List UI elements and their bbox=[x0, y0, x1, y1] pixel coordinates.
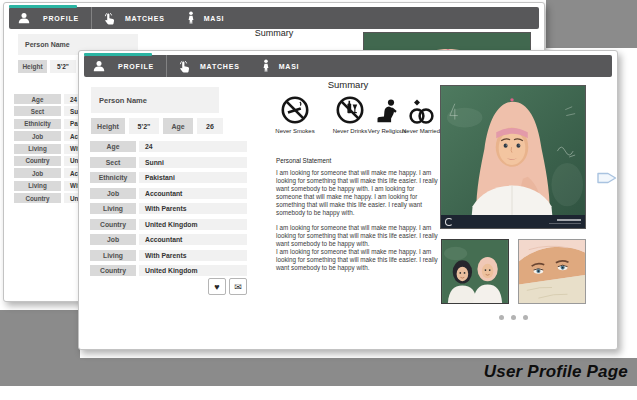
height-label: Height bbox=[91, 118, 125, 134]
field-label: Ethnicity bbox=[90, 172, 136, 183]
field-value: Accountant bbox=[139, 188, 247, 199]
photo-thumbnail-2[interactable] bbox=[518, 239, 586, 304]
statement-paragraph: I am looking for someone that will make … bbox=[276, 248, 439, 272]
message-button[interactable]: ✉ bbox=[229, 278, 247, 295]
field-label: Job bbox=[90, 234, 136, 245]
field-label: Ethnicity bbox=[14, 119, 61, 129]
profile-field-row: SectSunni bbox=[90, 157, 247, 168]
standing-figure-icon bbox=[187, 11, 195, 25]
nav-bar: PROFILE MATCHES MASI bbox=[84, 55, 612, 77]
profile-field-row: EthnicityPakistani bbox=[90, 172, 247, 183]
badge-label: Never Smokes bbox=[275, 128, 314, 135]
field-label: Job bbox=[90, 188, 136, 199]
field-label: Country bbox=[90, 219, 136, 230]
personal-statement-label: Personal Statement bbox=[276, 157, 331, 164]
no-smoking-icon bbox=[280, 95, 310, 125]
carousel-dot[interactable] bbox=[523, 315, 528, 320]
summary-title: Summary bbox=[209, 28, 339, 38]
badge-label: Never Drinks bbox=[333, 128, 368, 135]
backdrop-top-right bbox=[546, 0, 637, 48]
field-value: Sunni bbox=[139, 157, 247, 168]
heart-icon: ♥ bbox=[214, 282, 219, 292]
field-label: Sect bbox=[14, 106, 61, 116]
carousel-dot[interactable] bbox=[499, 315, 504, 320]
praying-icon bbox=[376, 95, 398, 125]
height-value: 5'2" bbox=[129, 118, 159, 134]
badge-label: Never Married bbox=[402, 128, 440, 135]
profile-field-row: CountryUnited Kingdom bbox=[90, 219, 247, 230]
tab-label: PROFILE bbox=[118, 63, 154, 70]
field-label: Age bbox=[90, 141, 136, 152]
field-label: Age bbox=[14, 94, 61, 104]
field-value: With Parents bbox=[139, 203, 247, 214]
no-drinking-icon bbox=[335, 95, 365, 125]
field-label: Country bbox=[14, 193, 61, 203]
field-label: Job bbox=[14, 131, 61, 141]
field-label: Living bbox=[90, 250, 136, 261]
person-name-field: Person Name bbox=[91, 87, 219, 113]
field-label: Sect bbox=[90, 157, 136, 168]
field-value: United Kingdom bbox=[139, 219, 247, 230]
envelope-icon: ✉ bbox=[234, 282, 242, 292]
profile-field-row: JobAccountant bbox=[90, 188, 247, 199]
tab-label: MASI bbox=[279, 63, 300, 70]
watermark-logo bbox=[445, 218, 453, 226]
field-label: Country bbox=[14, 156, 61, 166]
main-profile-photo bbox=[440, 85, 586, 229]
tab-label: MATCHES bbox=[125, 15, 165, 22]
person-icon bbox=[18, 12, 30, 24]
age-label: Age bbox=[163, 118, 193, 134]
tab-label: MATCHES bbox=[200, 63, 240, 70]
height-label: Height bbox=[18, 60, 47, 73]
profile-field-row: LivingWith Parents bbox=[90, 203, 247, 214]
tab-matches[interactable]: MATCHES bbox=[92, 7, 175, 29]
wedding-rings-icon bbox=[406, 95, 436, 125]
height-age-row: Height 5'2" Age 26 bbox=[91, 118, 223, 134]
tab-matches[interactable]: MATCHES bbox=[167, 55, 250, 77]
photo-thumbnail-1[interactable] bbox=[441, 239, 509, 304]
profile-field-row: CountryUnited Kingdom bbox=[90, 265, 247, 276]
tab-profile[interactable]: PROFILE bbox=[9, 7, 92, 29]
field-value: Pakistani bbox=[139, 172, 247, 183]
tab-label: MASI bbox=[204, 15, 225, 22]
next-pointer-icon[interactable] bbox=[596, 167, 618, 189]
tab-label: PROFILE bbox=[43, 15, 79, 22]
field-label: Living bbox=[90, 203, 136, 214]
field-label: Living bbox=[14, 144, 61, 154]
person-icon bbox=[93, 60, 105, 72]
caption-band: User Profile Page bbox=[0, 358, 637, 386]
field-value: 24 bbox=[139, 141, 247, 152]
statement-paragraph: I am looking for someone that will make … bbox=[276, 169, 439, 216]
photo-watermark-bar bbox=[441, 215, 585, 228]
tap-hand-icon bbox=[177, 60, 191, 73]
badge-never-smokes: Never Smokes bbox=[272, 95, 318, 135]
profile-field-row: LivingWith Parents bbox=[90, 250, 247, 261]
field-value: With Parents bbox=[139, 250, 247, 261]
profile-field-row: JobAccountant bbox=[90, 234, 247, 245]
profile-window-front: PROFILE MATCHES MASI Person Name Height … bbox=[78, 50, 618, 350]
tab-masi[interactable]: MASI bbox=[252, 55, 310, 77]
carousel-dots bbox=[499, 315, 528, 320]
tab-profile[interactable]: PROFILE bbox=[84, 55, 167, 77]
user-profile-page-mockup: User Profile Page PROFILE MATCHES MASI bbox=[0, 0, 637, 400]
profile-field-row: Age24 bbox=[90, 141, 247, 152]
tap-hand-icon bbox=[102, 12, 116, 25]
field-label: Country bbox=[90, 265, 136, 276]
watermark-text-lines bbox=[549, 219, 581, 224]
personal-statement-text: I am looking for someone that will make … bbox=[276, 169, 439, 272]
nav-bar: PROFILE MATCHES MASI bbox=[9, 7, 539, 29]
field-label: Job bbox=[14, 168, 61, 178]
badge-never-married: Never Married bbox=[398, 95, 444, 135]
standing-figure-icon bbox=[262, 59, 270, 73]
profile-fields-list: Age24 SectSunni EthnicityPakistani JobAc… bbox=[90, 141, 247, 281]
height-value: 5'2" bbox=[50, 60, 76, 73]
carousel-dot[interactable] bbox=[511, 315, 516, 320]
like-button[interactable]: ♥ bbox=[208, 278, 226, 295]
field-value: United Kingdom bbox=[139, 265, 247, 276]
age-value: 26 bbox=[197, 118, 223, 134]
profile-actions: ♥ ✉ bbox=[208, 278, 247, 295]
page-caption: User Profile Page bbox=[484, 362, 628, 382]
summary-title: Summary bbox=[278, 79, 418, 90]
summary-badges: Never Smokes Never Drinks bbox=[272, 95, 452, 153]
tab-masi[interactable]: MASI bbox=[177, 7, 235, 29]
